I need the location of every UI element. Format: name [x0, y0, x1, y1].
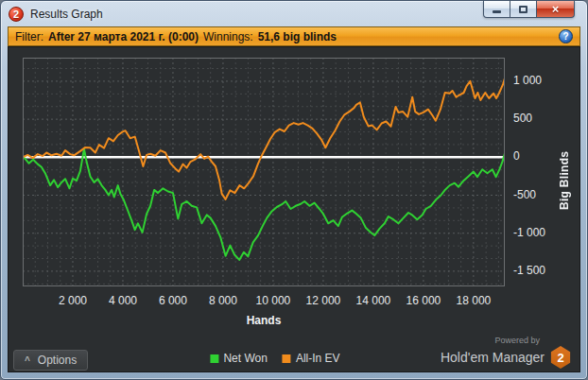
legend-label: Net Won: [223, 352, 267, 365]
x-axis-title: Hands: [247, 314, 282, 327]
powered-by-label: Powered by: [441, 336, 540, 345]
y-tick-label: 0: [513, 149, 520, 163]
y-axis-title: Big Blinds: [558, 121, 573, 240]
x-tick-label: 8 000: [209, 294, 237, 307]
close-icon: ×: [552, 3, 560, 15]
plot-border: [24, 59, 505, 286]
chart-legend: Net Won All-In EV: [210, 352, 339, 365]
options-button-label: Options: [38, 354, 77, 367]
chevron-up-icon: ^: [25, 356, 30, 366]
y-tick-label: -500: [513, 188, 536, 201]
results-graph-window: 2 Results Graph × Filter: After 27 марта…: [0, 0, 588, 380]
brand-name: Hold'em Manager: [441, 350, 545, 365]
all-in-ev-swatch-icon: [283, 354, 291, 363]
maximize-icon: [519, 6, 527, 13]
window-controls: ×: [483, 1, 575, 18]
y-tick-label: -1 000: [513, 226, 545, 239]
x-tick-label: 6 000: [159, 294, 187, 307]
results-graph-plot[interactable]: [23, 58, 505, 286]
legend-item-net-won: Net Won: [210, 352, 267, 365]
minimize-icon: [493, 10, 501, 13]
options-button[interactable]: ^ Options: [13, 350, 88, 371]
info-icon[interactable]: ?: [559, 29, 573, 43]
close-button[interactable]: ×: [536, 1, 575, 18]
net-won-swatch-icon: [210, 354, 218, 363]
x-tick-label: 12 000: [306, 294, 341, 307]
powered-by: Powered by Hold'em Manager 2: [441, 336, 571, 369]
y-tick-label: 1 000: [513, 74, 542, 87]
winnings-value: 51,6 big blinds: [258, 30, 337, 43]
winnings-label: Winnings:: [203, 30, 253, 43]
x-tick-label: 16 000: [406, 294, 441, 307]
x-tick-label: 18 000: [457, 294, 492, 307]
x-tick-label: 14 000: [356, 294, 391, 307]
filter-value: After 27 марта 2021 г. (0:00): [48, 30, 199, 43]
x-tick-label: 2 000: [59, 294, 87, 307]
filter-label: Filter:: [15, 30, 43, 43]
series-net-won: [23, 149, 505, 260]
hm2-badge-icon: 2: [550, 346, 571, 369]
minimize-button[interactable]: [483, 1, 510, 18]
hm2-logo-icon: 2: [9, 7, 24, 22]
legend-item-all-in-ev: All-In EV: [283, 352, 340, 365]
x-tick-label: 4 000: [109, 294, 137, 307]
chart-panel: 1 0005000-500-1 000-1 5002 0004 0006 000…: [8, 46, 580, 372]
x-tick-label: 10 000: [256, 294, 291, 307]
legend-label: All-In EV: [296, 352, 340, 365]
maximize-button[interactable]: [510, 1, 536, 18]
filter-bar: Filter: After 27 марта 2021 г. (0:00) Wi…: [8, 26, 580, 46]
window-title: Results Graph: [30, 8, 103, 21]
y-tick-label: 500: [513, 112, 532, 125]
y-tick-label: -1 500: [513, 264, 545, 277]
